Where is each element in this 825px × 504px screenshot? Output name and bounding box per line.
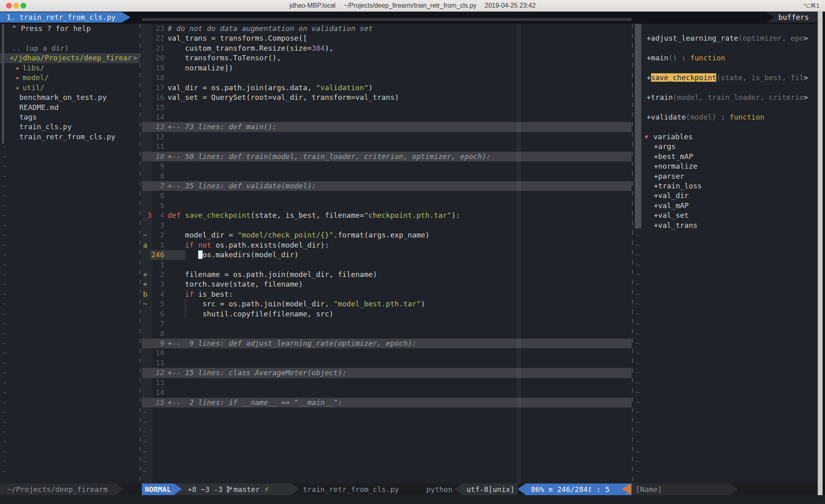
nerdtree-split-separator[interactable] xyxy=(140,24,141,483)
nerdtree-scrollbar[interactable] xyxy=(2,24,4,144)
empty-line-tilde: ~ xyxy=(0,260,140,270)
tagbar-blank-line xyxy=(632,63,825,73)
tagbar-item[interactable]: +validate(model) : function xyxy=(632,112,825,122)
tree-item-help[interactable]: " Press ? for help xyxy=(0,24,140,33)
tagbar-item[interactable]: ▼variables xyxy=(632,132,825,142)
code-line[interactable]: 11 xyxy=(142,142,632,151)
code-line[interactable]: 12 xyxy=(142,132,632,142)
code-editor-window[interactable]: 23# do not do data augmentation on valid… xyxy=(142,24,632,483)
code-line[interactable]: 5 xyxy=(142,201,632,211)
statusline-filetype: python xyxy=(426,483,452,495)
code-line[interactable]: 6 xyxy=(142,191,632,200)
code-line[interactable]: 246 os.makedirs(model_dir) xyxy=(142,250,632,260)
code-line[interactable]: 8 xyxy=(142,329,632,339)
line-number: 19 xyxy=(150,63,164,73)
tree-item-file[interactable]: benchmark_on_test.py xyxy=(0,93,140,102)
code-text: +-- 73 lines: def main(): xyxy=(168,122,277,132)
maximize-traffic-light-icon[interactable] xyxy=(21,3,26,8)
folded-line[interactable]: 13+-- 73 lines: def main(): xyxy=(142,122,632,132)
tree-file-name: train_cls.py xyxy=(19,122,72,132)
command-line[interactable] xyxy=(0,495,825,504)
code-line[interactable]: 19 normalize]) xyxy=(142,63,632,73)
minimize-traffic-light-icon[interactable] xyxy=(13,3,19,8)
code-line[interactable]: 10 xyxy=(142,348,632,358)
code-line[interactable]: 16val_set = QuerySet(root=val_dir, trans… xyxy=(142,93,632,102)
code-line[interactable]: 14 xyxy=(142,112,632,122)
code-line[interactable]: 1 xyxy=(142,260,632,270)
code-line[interactable]: _34def save_checkpoint(state, is_best, f… xyxy=(142,211,632,220)
tagbar-item[interactable]: +args xyxy=(632,142,825,151)
folded-line[interactable]: 7+-- 35 lines: def validate(model): xyxy=(142,181,632,191)
folded-line[interactable]: 15+-- 2 lines: if __name__ == "__main__"… xyxy=(142,398,632,407)
tilde-icon: ~ xyxy=(2,161,7,171)
tag-entry: +main() : function xyxy=(647,53,725,63)
code-line[interactable]: 11 xyxy=(142,358,632,368)
code-line[interactable]: 15 xyxy=(142,103,632,112)
tree-item-root[interactable]: </jdhao/Projects/deep_firear> xyxy=(0,53,140,63)
tagbar-item[interactable]: +val_mAP xyxy=(632,201,825,211)
tilde-icon: ~ xyxy=(636,427,640,437)
mode-indicator: NORMAL xyxy=(142,483,174,495)
code-text: val_set = QuerySet(root=val_dir, transfo… xyxy=(168,93,399,102)
tree-item-file[interactable]: README.md xyxy=(0,103,140,112)
code-line[interactable]: 23# do not do data augmentation on valid… xyxy=(142,24,632,33)
code-line[interactable]: 3 xyxy=(142,221,632,230)
tree-item-dir[interactable]: ▸model/ xyxy=(0,73,140,83)
empty-line-tilde: ~ xyxy=(632,329,825,339)
folded-line[interactable]: 10+-- 50 lines: def train(model, train_l… xyxy=(142,152,632,161)
gutter-sign: ~ xyxy=(143,299,147,309)
tagbar-item[interactable]: +normalize xyxy=(632,161,825,171)
tagbar-item[interactable]: +parser xyxy=(632,171,825,181)
folded-line[interactable]: 9+-- 9 lines: def adjust_learning_rate(o… xyxy=(142,339,632,348)
line-number: 5 xyxy=(150,299,164,309)
code-line[interactable]: 17val_dir = os.path.join(args.data, "val… xyxy=(142,83,632,93)
line-number: 10 xyxy=(150,152,164,161)
tagbar-item[interactable]: +train_loss xyxy=(632,181,825,191)
tagbar-item[interactable]: +main() : function xyxy=(632,53,825,63)
tab-train-retr-from-cls[interactable]: 1. train_retr_from_cls.py xyxy=(0,12,122,23)
tree-item-file[interactable]: tags xyxy=(0,112,140,122)
code-line[interactable]: 21 custom_transform.Resize(size=384), xyxy=(142,43,632,53)
tree-item-dir[interactable]: ▸libs/ xyxy=(0,63,140,73)
code-line[interactable]: 9 xyxy=(142,161,632,171)
code-line[interactable]: 7 xyxy=(142,319,632,328)
code-line[interactable]: ~5 src = os.path.join(model_dir, "model_… xyxy=(142,299,632,309)
tagbar-item[interactable]: +val_dir xyxy=(632,191,825,200)
code-line[interactable]: 14 xyxy=(142,388,632,397)
tilde-icon: ~ xyxy=(2,437,7,446)
tilde-icon: ~ xyxy=(2,398,7,407)
window-scrollbar[interactable] xyxy=(818,12,823,495)
tree-item-dir[interactable]: ▸util/ xyxy=(0,83,140,93)
tagbar-item[interactable]: +train(model, train_loader, criterio> xyxy=(632,93,825,102)
code-line[interactable]: 22val_trans = transforms.Compose([ xyxy=(142,33,632,43)
tagbar-item[interactable]: +val_set xyxy=(632,211,825,220)
code-line[interactable]: ~2 model_dir = "model/check_point/{}".fo… xyxy=(142,230,632,240)
tree-item-updir[interactable]: .. (up a dir) xyxy=(0,43,140,53)
block-cursor[interactable] xyxy=(198,250,203,259)
code-line[interactable]: +3 torch.save(state, filename) xyxy=(142,279,632,289)
buffers-arrow-icon xyxy=(766,12,774,23)
code-line[interactable]: a1 if not os.path.exists(model_dir): xyxy=(142,240,632,250)
code-line[interactable]: 20 transforms.ToTensor(), xyxy=(142,53,632,63)
close-traffic-light-icon[interactable] xyxy=(6,3,12,8)
git-branch-name: master xyxy=(234,485,260,494)
tagbar-item[interactable]: +adjust_learning_rate(optimizer, epo> xyxy=(632,33,825,43)
tagbar-item[interactable]: +val_trans xyxy=(632,221,825,230)
tagbar-item[interactable]: +best_mAP xyxy=(632,152,825,161)
empty-line-tilde: ~ xyxy=(632,467,825,476)
tagbar-item[interactable]: +save_checkpoint(state, is_best, fil> xyxy=(632,73,825,83)
tilde-icon: ~ xyxy=(2,181,7,191)
code-line[interactable]: 8 xyxy=(142,171,632,181)
folded-line[interactable]: 12+-- 15 lines: class AverageMeter(objec… xyxy=(142,368,632,378)
line-number: 21 xyxy=(150,43,164,53)
code-text: normalize]) xyxy=(168,63,233,73)
code-line[interactable]: 13 xyxy=(142,378,632,388)
code-line[interactable]: b4 if is_best: xyxy=(142,289,632,299)
tree-item-file[interactable]: train_cls.py xyxy=(0,122,140,132)
tagbar-split-separator[interactable] xyxy=(632,24,633,483)
tree-item-file[interactable]: train_retr_from_cls.py xyxy=(0,132,140,142)
code-line[interactable]: 18 xyxy=(142,73,632,83)
code-line[interactable]: 6 shutil.copyfile(filename, src) xyxy=(142,309,632,319)
code-line[interactable]: +2 filename = os.path.join(model_dir, fi… xyxy=(142,270,632,279)
tagbar-inner-scrollbar[interactable] xyxy=(635,24,641,228)
